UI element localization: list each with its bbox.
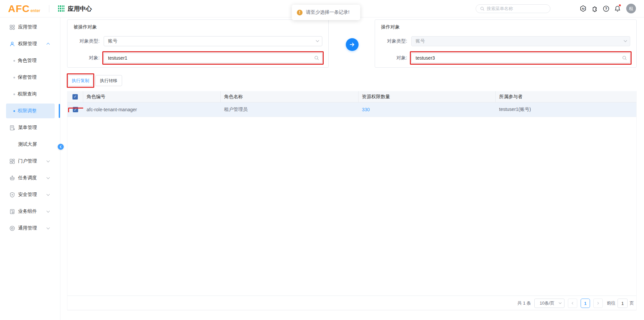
- sidebar-item-label: 权限查询: [18, 91, 37, 97]
- help-icon[interactable]: ?: [602, 5, 609, 12]
- afcenter-logo: AFC enter: [8, 3, 40, 14]
- column-header-role-name: 角色名称: [221, 91, 359, 102]
- sidebar-item-permission-management[interactable]: 权限管理: [0, 36, 60, 52]
- panel-title: 被操作对象: [73, 24, 322, 30]
- header-actions: AI ? 租: [476, 4, 636, 13]
- toast-message: 请至少选择一条记录!: [306, 9, 350, 15]
- sidebar-item-task-scheduling[interactable]: 任务调度: [0, 170, 60, 186]
- portal-grid-icon: [9, 158, 15, 164]
- sidebar-item-label: 保密管理: [18, 74, 37, 80]
- sidebar-collapse-button[interactable]: [58, 144, 64, 150]
- chevron-up-icon: [47, 43, 50, 46]
- execute-transfer-button[interactable]: 执行转移: [95, 75, 122, 86]
- sidebar-item-permission-adjust[interactable]: 权限调整: [0, 103, 60, 119]
- warning-toast: ! 请至少选择一条记录!: [292, 5, 360, 20]
- plugin-icon[interactable]: [591, 5, 598, 12]
- source-object-type-select[interactable]: 账号: [104, 36, 322, 46]
- table-header-row: ✓ 角色编号 角色名称 资源权限数量 所属参与者: [67, 91, 636, 103]
- svg-text:?: ?: [605, 7, 607, 10]
- search-icon: [480, 6, 485, 11]
- bullet-icon: [13, 110, 15, 112]
- chevron-down-icon: [559, 301, 561, 304]
- goto-page-input[interactable]: [618, 299, 628, 308]
- object-type-label: 对象类型:: [73, 38, 100, 44]
- cell-role-code: afc-role-tenant-manager: [83, 107, 221, 112]
- execute-copy-button[interactable]: 执行复制: [68, 75, 93, 86]
- target-object-panel: 操作对象 对象类型: 账号 对象:: [375, 19, 637, 68]
- source-object-panel: 被操作对象 对象类型: 账号 对象:: [67, 19, 329, 68]
- sidebar-item-label: 权限调整: [18, 108, 37, 114]
- chevron-right-icon: [596, 302, 600, 305]
- sidebar-item-label: 权限管理: [18, 41, 37, 47]
- permission-count-link[interactable]: 330: [362, 107, 370, 112]
- chevron-left-icon: [571, 302, 574, 305]
- logo-text-main: AFC: [8, 3, 30, 14]
- grid-icon: [9, 24, 15, 30]
- select-all-checkbox[interactable]: ✓: [72, 94, 78, 100]
- column-header-participant: 所属参与者: [496, 91, 636, 102]
- menu-search-box[interactable]: [476, 4, 550, 13]
- roles-table: ✓ 角色编号 角色名称 资源权限数量 所属参与者 ✓ afc-role-tena…: [67, 91, 637, 310]
- table-empty-area: [67, 117, 636, 296]
- target-object-type-select: 账号: [411, 36, 630, 46]
- menu-search-input[interactable]: [487, 6, 546, 11]
- ai-assistant-icon[interactable]: AI: [580, 5, 587, 12]
- sidebar-item-secrecy-management[interactable]: 保密管理: [0, 69, 60, 86]
- arrow-right-icon: [349, 41, 356, 48]
- object-label: 对象:: [381, 55, 407, 61]
- sidebar-item-test-dashboard[interactable]: 测试大屏: [0, 136, 60, 153]
- component-card-icon: [9, 209, 15, 214]
- sidebar-item-general-management[interactable]: 通用管理: [0, 220, 60, 237]
- sidebar-item-label: 通用管理: [18, 225, 37, 231]
- cell-role-name: 租户管理员: [221, 107, 359, 113]
- warning-icon: !: [297, 10, 303, 15]
- row-checkbox[interactable]: ✓: [73, 107, 78, 112]
- object-type-label: 对象类型:: [381, 38, 407, 44]
- next-page-button[interactable]: [593, 299, 603, 308]
- source-object-input[interactable]: [104, 53, 322, 63]
- sidebar-item-app-management[interactable]: 应用管理: [0, 19, 60, 36]
- sidebar-item-portal-management[interactable]: 门户管理: [0, 153, 60, 170]
- notification-bell-icon[interactable]: [614, 5, 621, 12]
- chevron-down-icon: [47, 226, 50, 230]
- prev-page-button[interactable]: [568, 299, 577, 308]
- total-count: 共 1 条: [518, 300, 531, 306]
- sidebar-item-security-management[interactable]: 安全管理: [0, 186, 60, 203]
- notification-badge: [619, 4, 621, 6]
- target-object-input[interactable]: [411, 53, 630, 63]
- sidebar-item-label: 测试大屏: [18, 141, 37, 147]
- column-header-role-code: 角色编号: [83, 91, 221, 102]
- chevron-down-icon: [47, 193, 50, 196]
- chevron-down-icon: [47, 209, 50, 213]
- sidebar-item-permission-query[interactable]: 权限查询: [0, 86, 60, 103]
- sidebar-item-role-management[interactable]: 角色管理: [0, 52, 60, 69]
- user-avatar[interactable]: 租: [626, 4, 636, 13]
- sidebar-item-label: 角色管理: [18, 58, 37, 64]
- bullet-icon: [13, 93, 15, 95]
- bullet-icon: [13, 60, 15, 62]
- current-page-button[interactable]: 1: [581, 299, 590, 308]
- page-title: 应用中心: [68, 5, 92, 13]
- transfer-arrow-button[interactable]: [346, 38, 359, 51]
- apps-grid-icon: [58, 5, 64, 12]
- svg-text:AI: AI: [582, 7, 584, 10]
- logo-text-sub: enter: [31, 8, 40, 13]
- panel-title: 操作对象: [381, 24, 630, 30]
- sidebar-item-menu-management[interactable]: 菜单管理: [0, 119, 60, 136]
- search-icon[interactable]: [622, 55, 627, 61]
- sidebar-item-label: 应用管理: [18, 24, 37, 30]
- sidebar: 应用管理 权限管理 角色管理 保密管理 权限查询 权限调整: [0, 17, 60, 320]
- pagination-bar: 共 1 条 10条/页 1 前往 页: [67, 297, 637, 310]
- search-icon[interactable]: [314, 55, 319, 61]
- cell-participant: testuser1(账号): [496, 107, 636, 113]
- sidebar-item-business-components[interactable]: 业务组件: [0, 203, 60, 220]
- document-icon: [9, 125, 15, 131]
- page-size-select[interactable]: 10条/页: [534, 299, 565, 308]
- chevron-left-icon: [59, 145, 62, 148]
- sidebar-item-label: 任务调度: [18, 175, 37, 181]
- goto-label: 前往: [607, 300, 615, 306]
- table-row[interactable]: ✓ afc-role-tenant-manager 租户管理员 330 test…: [67, 103, 636, 117]
- sidebar-item-label: 菜单管理: [18, 125, 37, 131]
- target-icon: [9, 226, 15, 231]
- user-icon: [9, 41, 15, 47]
